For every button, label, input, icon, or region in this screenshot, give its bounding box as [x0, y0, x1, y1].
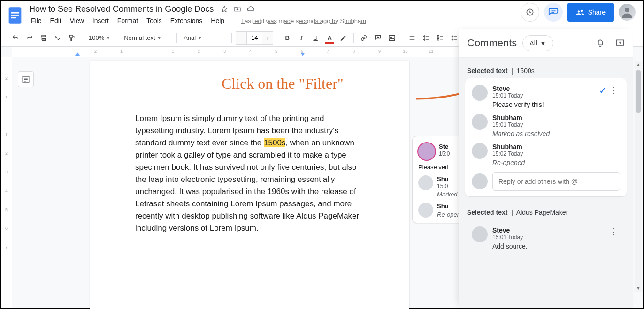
annotation-label: Click on the "Filter" [222, 75, 344, 92]
font-size-stepper[interactable]: − + [236, 31, 273, 45]
more-options-icon[interactable]: ⋮ [610, 85, 618, 95]
svg-rect-3 [11, 17, 16, 19]
checklist-icon[interactable] [434, 31, 446, 45]
svg-point-27 [452, 36, 453, 37]
comment-thread[interactable]: Steve15:01 TodayPlease verify this! ✓ ⋮ … [465, 78, 627, 196]
document-title[interactable]: How to See Resolved Comments in Google D… [27, 4, 215, 15]
horizontal-ruler: 21 1 23 45 67 89 1011 [12, 47, 458, 57]
avatar [418, 143, 435, 160]
vertical-scrollbar[interactable]: ▲▼ [635, 61, 642, 292]
comments-panel: Comments All ▼ Selected text | 1500s Ste… [459, 29, 633, 308]
vertical-ruler: 21 12 34 56 7 [1, 57, 12, 308]
last-edit-link[interactable]: Last edit was made seconds ago by Shubha… [238, 16, 370, 25]
line-spacing-icon[interactable] [420, 31, 432, 45]
avatar [472, 114, 488, 130]
indent-marker-left-icon[interactable] [75, 52, 80, 56]
paragraph-style-dropdown[interactable]: Normal text▼ [121, 31, 173, 45]
align-icon[interactable] [406, 31, 418, 45]
font-size-decrease[interactable]: − [236, 31, 247, 45]
comments-panel-header: Comments All ▼ [459, 29, 633, 58]
font-dropdown[interactable]: Arial▼ [181, 31, 228, 45]
comments-filter-value: All [529, 39, 537, 47]
insert-link-icon[interactable] [358, 31, 370, 45]
comments-panel-title: Comments [467, 37, 517, 49]
avatar [472, 226, 488, 242]
docs-logo[interactable] [6, 3, 24, 28]
bold-icon[interactable]: B [281, 31, 293, 45]
avatar [472, 173, 488, 189]
more-options-icon[interactable]: ⋮ [610, 226, 618, 237]
svg-rect-25 [437, 38, 439, 40]
italic-icon[interactable]: I [295, 31, 307, 45]
account-avatar[interactable] [619, 4, 636, 21]
show-outline-icon[interactable] [18, 71, 34, 87]
undo-icon[interactable] [9, 31, 22, 45]
svg-rect-12 [69, 35, 73, 37]
svg-text:A: A [54, 35, 57, 39]
menubar: File Edit View Insert Format Tools Exten… [27, 15, 370, 26]
chevron-down-icon: ▼ [540, 39, 546, 47]
comment-thread[interactable]: Steve15:01 TodayAdd source. ⋮ [465, 220, 627, 261]
zoom-dropdown[interactable]: 100%▼ [86, 31, 113, 45]
open-comments-icon[interactable] [544, 3, 563, 22]
svg-rect-1 [11, 12, 19, 14]
svg-point-31 [452, 39, 453, 40]
menu-help[interactable]: Help [207, 16, 228, 25]
menu-insert[interactable]: Insert [89, 16, 113, 25]
notifications-icon[interactable] [596, 38, 605, 48]
redo-icon[interactable] [23, 31, 36, 45]
svg-rect-23 [437, 35, 439, 37]
font-value: Arial [184, 34, 196, 41]
editor-workspace: 21 12 34 56 7 21 1 23 45 67 89 1011 Lo [1, 47, 643, 308]
paint-format-icon[interactable] [66, 31, 78, 45]
selected-text-header: Selected text | 1500s [465, 62, 627, 78]
version-history-icon[interactable] [521, 3, 539, 22]
font-size-increase[interactable]: + [262, 31, 273, 45]
menu-extensions[interactable]: Extensions [167, 16, 206, 25]
reply-input[interactable] [492, 172, 620, 191]
paragraph-style-value: Normal text [124, 34, 155, 41]
comments-filter-dropdown[interactable]: All ▼ [522, 35, 553, 51]
svg-rect-2 [11, 15, 19, 16]
font-size-input[interactable] [247, 31, 262, 45]
svg-point-7 [625, 8, 629, 12]
selected-text-header: Selected text | Aldus PageMaker [465, 204, 627, 220]
new-comment-icon[interactable] [615, 38, 625, 48]
svg-rect-10 [42, 38, 46, 40]
highlight-color-icon[interactable] [337, 31, 350, 45]
text-color-icon[interactable]: A [323, 31, 336, 45]
menu-edit[interactable]: Edit [46, 16, 65, 25]
share-button[interactable]: Share [567, 3, 614, 22]
underline-icon[interactable]: U [309, 31, 322, 45]
zoom-value: 100% [89, 34, 104, 41]
document-text: Lorem Ipsum is simply dummy text of the … [135, 113, 364, 234]
move-icon[interactable] [233, 5, 242, 13]
menu-tools[interactable]: Tools [143, 16, 166, 25]
indent-marker-right-icon[interactable] [300, 53, 305, 56]
star-icon[interactable] [220, 5, 229, 13]
svg-point-29 [452, 38, 453, 38]
print-icon[interactable] [38, 31, 50, 45]
document-page[interactable]: Lorem Ipsum is simply dummy text of the … [90, 61, 409, 309]
svg-rect-15 [389, 35, 395, 40]
menu-format[interactable]: Format [114, 16, 142, 25]
menu-view[interactable]: View [66, 16, 88, 25]
resolve-check-icon[interactable]: ✓ [599, 85, 607, 96]
spellcheck-icon[interactable]: A [52, 31, 64, 45]
comments-panel-body[interactable]: Selected text | 1500s Steve15:01 TodayPl… [459, 58, 633, 308]
insert-comment-icon[interactable] [372, 31, 384, 45]
highlighted-text: 1500s [264, 138, 285, 147]
cloud-saved-icon[interactable] [246, 5, 255, 13]
avatar [472, 85, 488, 101]
menu-file[interactable]: File [27, 16, 46, 25]
app-header: How to See Resolved Comments in Google D… [1, 1, 643, 29]
insert-image-icon[interactable] [386, 31, 398, 45]
share-label: Share [588, 8, 606, 16]
avatar [472, 143, 488, 159]
